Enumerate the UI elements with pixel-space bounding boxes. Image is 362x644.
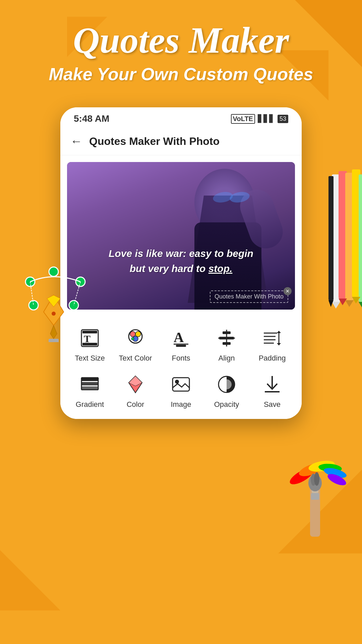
app-bar-title: Quotes Maker With Photo — [89, 135, 220, 148]
fonts-icon: A — [169, 326, 193, 350]
svg-rect-9 — [49, 339, 59, 342]
pencils-decoration — [328, 168, 362, 302]
image-icon — [169, 373, 193, 396]
pen-decoration — [20, 255, 94, 342]
color-icon — [124, 373, 147, 396]
svg-marker-25 — [328, 300, 334, 307]
tool-save[interactable]: Save — [252, 373, 292, 409]
app-title: Quotes Maker — [13, 20, 349, 61]
status-bar: 5:48 AM VoLTE ▋▋▋ 53 — [60, 107, 302, 127]
svg-point-1 — [49, 267, 58, 276]
paintbrush-decoration — [285, 449, 352, 550]
tool-padding[interactable]: Padding — [252, 326, 292, 363]
svg-rect-49 — [176, 345, 186, 347]
header-section: Quotes Maker Make Your Own Custom Quotes — [0, 0, 362, 98]
align-icon — [215, 326, 238, 350]
svg-rect-24 — [328, 176, 334, 300]
status-icons: VoLTE ▋▋▋ 53 — [231, 114, 288, 124]
tool-fonts[interactable]: A Fonts — [161, 326, 201, 363]
save-label: Save — [264, 400, 281, 409]
padding-icon — [260, 326, 284, 350]
svg-rect-71 — [173, 378, 189, 391]
text-color-label: Text Color — [119, 354, 152, 363]
toolbar-row-1: T Text Size — [67, 326, 295, 363]
svg-rect-14 — [359, 174, 362, 302]
svg-marker-60 — [277, 331, 281, 333]
watermark-text: Quotes Maker With Photo — [215, 293, 284, 300]
svg-text:A: A — [174, 330, 184, 345]
svg-rect-52 — [223, 331, 231, 334]
tool-opacity[interactable]: Opacity — [206, 373, 247, 409]
gradient-icon — [78, 373, 102, 396]
tool-image[interactable]: Image — [161, 373, 201, 409]
svg-marker-17 — [332, 302, 340, 309]
quote-text: Love is like war: easy to beginbut very … — [67, 246, 295, 276]
bottom-toolbar: T Text Size — [60, 316, 302, 419]
svg-rect-41 — [82, 343, 97, 345]
close-watermark-button[interactable]: ✕ — [284, 287, 292, 295]
back-button[interactable]: ← — [70, 134, 82, 148]
svg-rect-53 — [219, 337, 234, 339]
tool-align[interactable]: Align — [206, 326, 247, 363]
svg-point-72 — [175, 380, 179, 384]
battery-icon: 53 — [278, 115, 288, 123]
phone-mockup: 5:48 AM VoLTE ▋▋▋ 53 ← Quotes Maker With… — [60, 107, 302, 419]
svg-rect-63 — [81, 382, 98, 385]
color-label: Color — [127, 400, 144, 409]
tool-color[interactable]: Color — [115, 373, 156, 409]
svg-point-46 — [131, 337, 134, 340]
opacity-label: Opacity — [214, 400, 239, 409]
tool-text-color[interactable]: Text Color — [115, 326, 156, 363]
svg-marker-19 — [345, 300, 354, 307]
svg-marker-21 — [359, 302, 362, 309]
opacity-icon — [215, 373, 238, 396]
volte-icon: VoLTE — [231, 114, 255, 124]
save-icon — [260, 373, 284, 396]
gradient-label: Gradient — [76, 400, 104, 409]
text-color-icon — [124, 326, 147, 350]
image-label: Image — [171, 400, 191, 409]
svg-marker-61 — [277, 343, 281, 345]
signal-icon: ▋▋▋ — [258, 114, 275, 123]
svg-rect-54 — [223, 342, 231, 345]
svg-point-37 — [314, 472, 319, 486]
text-size-label: Text Size — [75, 354, 105, 363]
watermark: Quotes Maker With Photo ✕ — [210, 290, 288, 303]
svg-point-8 — [52, 312, 56, 316]
status-time: 5:48 AM — [74, 113, 109, 124]
align-label: Align — [219, 354, 235, 363]
padding-label: Padding — [259, 354, 286, 363]
canvas-image — [67, 162, 295, 310]
app-bar: ← Quotes Maker With Photo — [60, 127, 302, 155]
fonts-label: Fonts — [172, 354, 190, 363]
toolbar-row-2: Gradient Color — [67, 373, 295, 409]
canvas-area[interactable]: Love is like war: easy to beginbut very … — [67, 162, 295, 310]
app-subtitle: Make Your Own Custom Quotes — [13, 64, 349, 84]
svg-point-3 — [29, 301, 38, 310]
tool-gradient[interactable]: Gradient — [70, 373, 110, 409]
svg-rect-34 — [311, 493, 319, 500]
svg-marker-7 — [50, 325, 57, 339]
